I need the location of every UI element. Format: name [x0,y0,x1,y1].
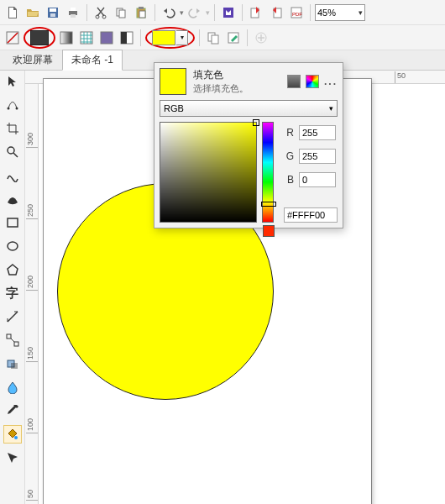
tab-untitled-1[interactable]: 未命名 -1 [62,50,123,71]
pattern-fill-button[interactable] [77,29,96,47]
export-pdf-button[interactable]: PDF [287,3,306,22]
uniform-fill-button[interactable] [30,30,49,45]
rgb-inputs: R G B [284,122,338,223]
ruler-tick: 200 [26,276,38,291]
svg-point-23 [7,108,9,110]
b-label: B [284,174,294,186]
svg-line-30 [8,312,18,322]
copy-fill-button[interactable] [204,29,222,47]
popout-current-swatch [160,68,186,95]
separator [140,29,141,46]
rectangle-tool[interactable] [3,213,22,232]
svg-point-24 [15,108,18,110]
toolbox: 字 [0,71,25,504]
hue-handle[interactable] [261,202,276,207]
effects-tool[interactable] [3,354,22,373]
b-input[interactable] [299,172,336,187]
zoom-tool[interactable] [3,143,22,161]
dimension-tool[interactable] [3,307,22,326]
g-input[interactable] [299,149,336,164]
open-file-button[interactable] [24,3,42,22]
paste-button[interactable] [132,3,150,22]
shape-tool[interactable] [3,96,22,114]
polygon-tool[interactable] [3,260,22,279]
save-button[interactable] [44,3,62,22]
highlight-circle-2 [145,27,195,49]
g-label: G [284,150,294,162]
hue-slider[interactable] [262,122,274,223]
ruler-tick: 50 [26,490,38,501]
separator [199,29,200,46]
svg-rect-20 [212,35,218,44]
hex-input[interactable] [284,207,338,223]
svg-rect-6 [139,11,145,18]
outline-tool[interactable] [3,449,22,467]
separator [214,4,215,21]
svg-line-35 [11,339,14,342]
ellipse-tool[interactable] [3,237,22,255]
svg-rect-3 [119,10,125,18]
svg-rect-37 [11,363,18,369]
fountain-fill-button[interactable] [57,29,76,47]
ruler-tick: 50 [395,71,406,83]
popout-title: 填充色 [193,68,249,82]
svg-rect-5 [139,7,144,9]
freehand-tool[interactable] [3,166,22,185]
tab-welcome[interactable]: 欢迎屏幕 [3,50,62,71]
separator [154,4,155,21]
svg-rect-33 [7,334,11,339]
ruler-tick: 300 [26,133,38,148]
hue-result-swatch [263,225,275,237]
svg-marker-29 [8,265,18,275]
redo-caret[interactable]: ▾ [206,8,210,17]
import-a-button[interactable] [247,3,265,22]
edit-fill-button[interactable] [224,29,243,47]
palette-button[interactable] [306,75,319,88]
r-input[interactable] [299,125,336,140]
add-button[interactable] [252,29,270,47]
no-fill-button[interactable] [3,29,22,47]
ruler-tick: 250 [26,204,38,219]
zoom-select[interactable]: 45% [315,4,365,21]
svg-rect-18 [121,32,127,44]
texture-fill-button[interactable] [97,29,116,47]
connector-tool[interactable] [3,331,22,349]
color-viewer-button[interactable] [287,75,301,88]
artistic-media-tool[interactable] [3,190,22,208]
color-field-handle[interactable] [253,119,259,126]
new-file-button[interactable] [3,3,22,22]
import-b-button[interactable] [267,3,285,22]
separator [247,29,248,46]
text-tool[interactable]: 字 [3,284,22,302]
undo-caret[interactable]: ▾ [180,8,184,17]
svg-point-38 [14,436,18,439]
more-options-button[interactable]: ... [324,76,338,87]
interactive-fill-tool[interactable] [3,425,22,444]
fill-color-dropdown[interactable] [176,30,188,45]
cut-button[interactable] [92,3,110,22]
svg-rect-27 [8,218,18,227]
svg-rect-16 [101,32,113,44]
copy-button[interactable] [112,3,130,22]
undo-button[interactable] [160,3,178,22]
print-button[interactable] [64,3,82,22]
crop-tool[interactable] [3,119,22,138]
vertical-ruler: 300 250 200 150 100 50 [25,84,39,504]
r-label: R [284,127,294,139]
svg-rect-14 [60,32,72,44]
fill-color-popout: 填充色 选择填充色。 ... RGB R G B [154,62,343,228]
ruler-tick: 150 [26,347,38,362]
svg-line-13 [8,33,18,43]
eyedropper-tool[interactable] [3,402,22,420]
main-toolbar: ▾ ▾ PDF 45% [0,0,445,25]
redo-button[interactable] [186,3,204,22]
pick-tool[interactable] [3,72,22,91]
macro-button[interactable] [219,3,238,22]
transparency-tool[interactable] [3,378,22,396]
color-model-select[interactable]: RGB [160,100,338,117]
fill-color-swatch[interactable] [152,30,175,45]
highlight-circle-1 [24,27,55,49]
color-field[interactable] [160,122,257,223]
postscript-fill-button[interactable] [118,29,136,47]
svg-point-25 [8,147,14,154]
